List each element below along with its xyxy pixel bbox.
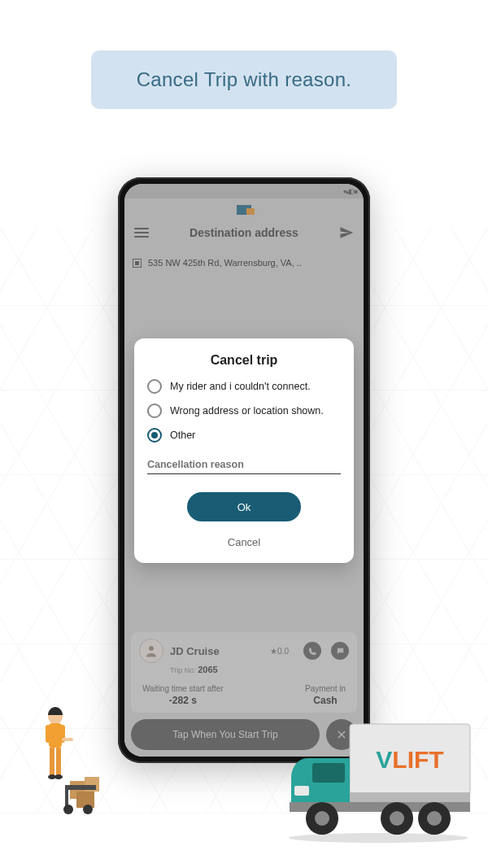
svg-point-26 <box>390 811 404 826</box>
radio-icon-selected <box>147 428 162 443</box>
phone-frame: ▾▴◧■ Destination address 535 NW 425th Rd… <box>118 177 370 763</box>
svg-point-16 <box>83 805 93 814</box>
cancel-option-other[interactable]: Other <box>147 428 341 443</box>
banner-title: Cancel Trip with reason. <box>137 68 352 91</box>
cancel-option-connect[interactable]: My rider and i couldn't connect. <box>147 379 341 394</box>
svg-text:VLIFT: VLIFT <box>376 746 443 773</box>
cancellation-reason-input[interactable] <box>147 454 341 474</box>
svg-rect-13 <box>65 785 96 790</box>
cancel-trip-modal: Cancel trip My rider and i couldn't conn… <box>134 338 354 563</box>
svg-point-15 <box>63 805 73 814</box>
svg-rect-20 <box>312 763 345 783</box>
truck-illustration: VLIFT <box>285 709 472 844</box>
svg-point-11 <box>54 774 63 779</box>
modal-title: Cancel trip <box>147 353 341 368</box>
option-label: My rider and i couldn't connect. <box>170 381 311 392</box>
cancel-link[interactable]: Cancel <box>147 533 341 552</box>
option-label: Other <box>170 430 195 441</box>
worker-illustration <box>37 704 111 818</box>
phone-screen: ▾▴◧■ Destination address 535 NW 425th Rd… <box>124 184 364 757</box>
svg-point-29 <box>289 833 468 843</box>
svg-rect-6 <box>46 725 50 743</box>
svg-point-28 <box>427 811 442 826</box>
svg-point-24 <box>315 811 329 826</box>
svg-rect-9 <box>56 748 61 775</box>
radio-icon <box>147 379 162 394</box>
svg-rect-8 <box>50 748 54 775</box>
option-label: Wrong address or location shown. <box>170 405 324 417</box>
page-banner: Cancel Trip with reason. <box>91 50 397 109</box>
svg-rect-21 <box>294 786 309 796</box>
svg-rect-18 <box>350 792 470 804</box>
radio-icon <box>147 403 162 418</box>
ok-button[interactable]: Ok <box>187 492 301 521</box>
svg-rect-12 <box>62 738 73 741</box>
cancel-option-wrong-address[interactable]: Wrong address or location shown. <box>147 403 341 418</box>
svg-rect-5 <box>49 723 62 748</box>
